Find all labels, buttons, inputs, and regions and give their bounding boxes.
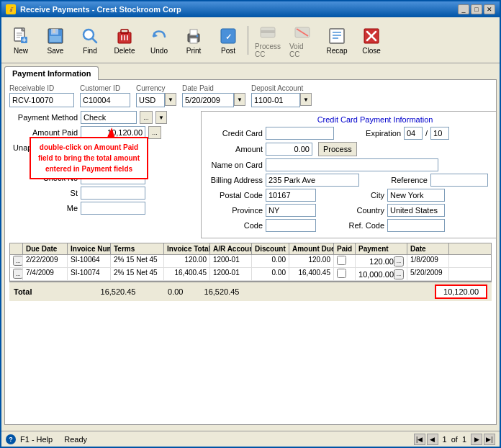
payment-2: 10,000.00	[358, 270, 394, 279]
next-page-button[interactable]: ▶	[471, 434, 482, 445]
table-header: Due Date Invoice Numb Terms Invoice Tota…	[10, 243, 491, 255]
overpayment-label: Overpayment	[9, 158, 78, 167]
col-payment: Payment	[356, 243, 407, 254]
unapplied-field[interactable]	[81, 141, 145, 154]
post-button[interactable]: ✓ Post	[212, 24, 245, 57]
ref-code-field[interactable]	[387, 219, 445, 232]
date-paid-field[interactable]	[182, 93, 234, 107]
country-field[interactable]	[387, 204, 445, 217]
billing-address-field[interactable]	[266, 174, 359, 187]
terms-1: 2% 15 Net 45	[111, 255, 164, 267]
date-2: 5/20/2009	[407, 268, 449, 280]
paid-checkbox-1[interactable]	[337, 256, 346, 265]
row-expand-2[interactable]: ...	[13, 269, 23, 279]
svg-rect-9	[53, 29, 55, 33]
invoice-1: SI-10064	[68, 255, 111, 267]
help-label: F1 - Help	[20, 435, 53, 444]
ar-acct-1: 1200-01	[210, 255, 252, 267]
payment-method-dropdown[interactable]: ▼	[155, 111, 167, 124]
currency-dropdown[interactable]: ▼	[165, 93, 176, 106]
cc-field[interactable]	[266, 127, 334, 140]
payment-method-ellipsis[interactable]: ...	[140, 111, 153, 124]
void-cc-button[interactable]: Void CC	[286, 19, 319, 61]
country-label: Country	[323, 206, 384, 215]
svg-rect-10	[50, 36, 61, 42]
name-on-card-field[interactable]	[266, 158, 438, 171]
overpayment-field[interactable]	[81, 156, 145, 169]
save-icon	[45, 26, 66, 46]
reference-field[interactable]	[430, 174, 488, 187]
new-label: New	[14, 47, 28, 55]
find-button[interactable]: Find	[73, 24, 107, 57]
svg-text:+: +	[22, 35, 26, 43]
payment-method-field[interactable]	[81, 111, 137, 124]
save-button[interactable]: Save	[39, 24, 72, 57]
receivable-id-field[interactable]	[9, 93, 74, 107]
close-button[interactable]: Close	[355, 24, 388, 57]
svg-rect-26	[261, 30, 275, 33]
total-bar: Total 16,520.45 0.00 16,520.45 10,120.00	[9, 282, 492, 301]
amount-paid-field[interactable]	[81, 126, 145, 139]
print-button[interactable]: Print	[177, 24, 210, 57]
delete-button[interactable]: Delete	[108, 24, 141, 57]
undo-button[interactable]: Undo	[143, 24, 176, 57]
process-button[interactable]: Process	[318, 142, 357, 156]
code-field[interactable]	[266, 219, 316, 232]
unapplied-row: Unapplied Amount	[9, 141, 197, 154]
new-button[interactable]: + New	[4, 24, 37, 57]
code-label: Code	[205, 221, 263, 230]
process-cc-button[interactable]: Process CC	[251, 19, 284, 61]
province-field[interactable]	[266, 204, 316, 217]
due-date-1: 2/22/2009	[23, 255, 68, 267]
recap-icon	[327, 26, 347, 46]
billing-address-label: Billing Address	[205, 176, 263, 184]
prev-page-button[interactable]: ◀	[427, 434, 438, 445]
check-no-field[interactable]	[81, 171, 145, 184]
amount-paid-ellipsis[interactable]: ...	[148, 126, 161, 139]
deposit-account-dropdown[interactable]: ▼	[300, 93, 312, 106]
payment-ellipsis-1[interactable]: ...	[394, 256, 404, 266]
exp-year-field[interactable]	[430, 127, 449, 140]
invoice-2: SI-10074	[68, 268, 111, 280]
status-field[interactable]	[81, 187, 145, 200]
postal-code-field[interactable]	[266, 189, 316, 202]
minimize-button[interactable]: _	[458, 4, 469, 14]
col-date: Date	[407, 243, 449, 254]
help-icon: ?	[6, 434, 16, 444]
maximize-button[interactable]: □	[471, 4, 482, 14]
col-invoice: Invoice Numb	[68, 243, 111, 254]
svg-rect-20	[190, 30, 197, 35]
first-page-button[interactable]: |◀	[414, 434, 425, 445]
row-expand-1[interactable]: ...	[13, 256, 23, 266]
customer-id-field[interactable]	[80, 93, 130, 107]
date-paid-dropdown[interactable]: ▼	[234, 93, 245, 106]
paid-checkbox-2[interactable]	[337, 269, 346, 278]
city-field[interactable]	[387, 189, 445, 202]
window-title: Receive Payments - Crest Stockroom Corp	[20, 5, 181, 14]
col-paid: Paid	[334, 243, 356, 254]
col-terms: Terms	[111, 243, 164, 254]
exp-month-field[interactable]	[404, 127, 423, 140]
unapplied-label: Unapplied Amount	[9, 143, 78, 152]
payment-1: 120.00	[358, 257, 394, 266]
deposit-account-field[interactable]	[251, 93, 300, 107]
col-invoice-total: Invoice Total	[164, 243, 210, 254]
invoice-table: Due Date Invoice Numb Terms Invoice Tota…	[9, 243, 492, 282]
discount-1: 0.00	[252, 255, 289, 267]
currency-field[interactable]	[136, 93, 165, 107]
paid-check-2[interactable]	[334, 268, 356, 280]
tab-payment-info[interactable]: Payment Information	[4, 66, 99, 80]
payment-ellipsis-2[interactable]: ...	[394, 269, 404, 279]
print-icon	[184, 26, 204, 46]
memo-field[interactable]	[81, 202, 145, 215]
paid-check-1[interactable]	[334, 255, 356, 267]
payment-method-row: Payment Method ... ▼	[9, 111, 197, 124]
recap-button[interactable]: Recap	[320, 24, 353, 57]
post-label: Post	[221, 47, 235, 55]
cc-amount-field[interactable]	[266, 143, 312, 156]
close-window-button[interactable]: ✕	[484, 4, 495, 14]
last-page-button[interactable]: ▶|	[484, 434, 495, 445]
table-row: ... 2/22/2009 SI-10064 2% 15 Net 45 120.…	[10, 255, 491, 268]
col-due-date: Due Date	[23, 243, 68, 254]
currency-label: Currency	[136, 84, 176, 92]
